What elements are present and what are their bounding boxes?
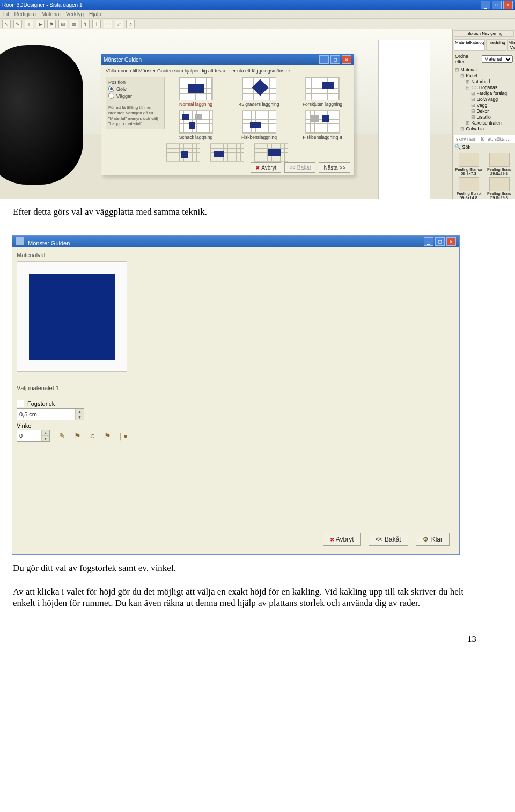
vinkel-label: Vinkel: [17, 422, 455, 429]
tree-item[interactable]: Golvabia: [460, 126, 513, 132]
spinner-up-icon[interactable]: ▲: [41, 430, 49, 436]
tool-icon[interactable]: ▶: [36, 20, 45, 28]
search-label[interactable]: Sök: [462, 144, 471, 150]
radio-golv[interactable]: [108, 86, 114, 92]
tree-root[interactable]: Material: [455, 67, 513, 73]
flip-icon[interactable]: ⚑: [102, 431, 112, 441]
tool-icon[interactable]: i: [92, 20, 101, 28]
dialog-title: Mönster Guiden: [104, 57, 142, 63]
search-input[interactable]: [454, 135, 515, 143]
pattern-guide-dialog: Mönster Guiden Välkommen till Mönster Gu…: [101, 54, 354, 175]
pattern-label: Fiskbensläggning II: [303, 135, 342, 140]
minimize-icon[interactable]: [319, 55, 329, 64]
app-title: Room3DDesigner - Sista dagen 1: [2, 2, 83, 8]
pattern-label: Schack läggning: [179, 135, 212, 140]
select-material-label: Välj materialet 1: [17, 385, 59, 391]
anchor-icon[interactable]: ❘●: [117, 431, 127, 441]
next-button[interactable]: Nästa >>: [319, 162, 350, 173]
viewport-shower: [0, 45, 83, 185]
maximize-icon[interactable]: [435, 237, 445, 246]
side-tab-minaval[interactable]: Mina Val: [507, 39, 515, 51]
pattern-option[interactable]: Fiskbensläggning: [232, 110, 286, 140]
tree-item[interactable]: Listello: [471, 114, 513, 120]
tool-icon[interactable]: ✎: [13, 20, 22, 28]
material-tile-preview: [29, 274, 115, 360]
cancel-button[interactable]: Avbryt: [251, 162, 281, 173]
radio-vaggar[interactable]: [108, 93, 114, 99]
material-swatch[interactable]: [17, 261, 127, 372]
close-icon[interactable]: [342, 55, 351, 64]
spinner-down-icon[interactable]: ▼: [41, 435, 49, 441]
material-dialog-screenshot: Mönster Guiden Materialval Välj material…: [12, 235, 460, 555]
radio-vaggar-label: Väggar: [116, 93, 132, 99]
position-card: Position Golv Väggar För att få tillång …: [106, 77, 165, 129]
swatch-item[interactable]: Feeling Burro 59,8x14,8: [454, 177, 483, 199]
tree-item[interactable]: Naturbad: [466, 79, 513, 85]
cancel-icon: [330, 536, 334, 543]
menu-item[interactable]: Redigera: [14, 11, 36, 17]
flag-icon[interactable]: ⚑: [72, 431, 82, 441]
close-icon[interactable]: [446, 237, 456, 246]
swatch-icon: [489, 177, 510, 191]
swatch-item[interactable]: Feeling Burro 59,8x29,8: [485, 177, 513, 199]
menu-item[interactable]: Verktyg: [66, 11, 84, 17]
spinner-down-icon[interactable]: ▼: [75, 414, 84, 420]
tool-icon[interactable]: ↯: [81, 20, 90, 28]
section-label: Materialval: [17, 252, 455, 258]
tool-icon[interactable]: ▧: [58, 20, 67, 28]
app-toolbar: ↖ ✎ T ▶ ⚑ ▧ ▦ ↯ i ⬚ ⤢ ↺: [0, 18, 515, 30]
tool-icon[interactable]: ⬚: [104, 20, 112, 28]
pattern-label: Fiskbensläggning: [241, 135, 277, 140]
swatch-item[interactable]: Feeling Bianco 59,8x7,3: [454, 153, 483, 177]
radio-golv-label: Golv: [116, 86, 127, 92]
pattern-option[interactable]: Fiskbensläggning II: [296, 110, 349, 140]
done-button[interactable]: Klar: [416, 533, 450, 546]
ordna-select[interactable]: Material: [482, 55, 513, 63]
dialog-welcome: Välkommen till Mönster Guiden som hjälpe…: [106, 68, 349, 74]
pattern-option[interactable]: Förskjuten läggning: [296, 77, 349, 107]
position-label: Position: [108, 79, 162, 85]
material-tree[interactable]: Material Kakel Naturbad CC Höganäs Färdi…: [453, 66, 515, 134]
minimize-icon[interactable]: [481, 1, 490, 9]
tree-item[interactable]: Golv/Vägg: [471, 97, 513, 103]
pencil-icon[interactable]: ✎: [57, 431, 67, 441]
spinner-up-icon[interactable]: ▲: [75, 409, 84, 414]
side-tab-materialkatalog[interactable]: Materialkatalog: [454, 39, 485, 51]
vinkel-spinner[interactable]: 0 ▲ ▼: [17, 430, 50, 442]
menu-item[interactable]: Hjälp: [89, 11, 101, 17]
tree-item[interactable]: CC Höganäs: [466, 85, 513, 91]
pattern-option[interactable]: Normal läggning: [169, 77, 223, 107]
menu-item[interactable]: Fil: [3, 11, 9, 17]
side-tab-info[interactable]: Info och Navigering: [454, 30, 514, 37]
menu-item[interactable]: Material: [41, 11, 61, 17]
restore-icon[interactable]: [492, 1, 502, 9]
back-button: << Bakåt: [284, 162, 315, 173]
swatch-label: Feeling Bianco 59,8x7,3: [455, 167, 482, 177]
tree-item[interactable]: Kakel: [460, 73, 513, 79]
tool-icon[interactable]: ⚑: [47, 20, 56, 28]
tool-icon[interactable]: ⤢: [115, 20, 123, 28]
tool-icon[interactable]: T: [25, 20, 33, 28]
swatch-item[interactable]: Feeling Burro 29,8x29,8: [485, 153, 513, 177]
close-icon[interactable]: [503, 1, 513, 9]
minimize-icon[interactable]: [424, 237, 433, 246]
vinkel-value: 0: [17, 430, 41, 441]
tree-item[interactable]: Färdiga förslag: [471, 91, 513, 97]
fogstorlek-checkbox[interactable]: [17, 400, 24, 407]
dialog-title: Mönster Guiden: [28, 240, 70, 246]
cancel-button[interactable]: Avbryt: [323, 533, 361, 546]
tree-item[interactable]: Kakelcentralen: [466, 120, 513, 126]
app-titlebar: Room3DDesigner - Sista dagen 1: [0, 0, 515, 10]
back-button[interactable]: << Bakåt: [369, 533, 408, 546]
tree-item[interactable]: Vägg: [471, 103, 513, 108]
rotate-icon[interactable]: ♫: [87, 431, 97, 441]
pattern-option[interactable]: 45 graders läggning: [232, 77, 286, 107]
maximize-icon[interactable]: [330, 55, 340, 64]
tool-icon[interactable]: ▦: [70, 20, 78, 28]
tool-icon[interactable]: ↖: [2, 20, 11, 28]
tree-item[interactable]: Dekor: [471, 108, 513, 114]
side-tab-inredning[interactable]: Inredning: [486, 39, 506, 51]
pattern-option[interactable]: Schack läggning: [169, 110, 223, 140]
tool-icon[interactable]: ↺: [126, 20, 135, 28]
fogstorlek-spinner[interactable]: 0,5 cm ▲ ▼: [17, 408, 84, 420]
